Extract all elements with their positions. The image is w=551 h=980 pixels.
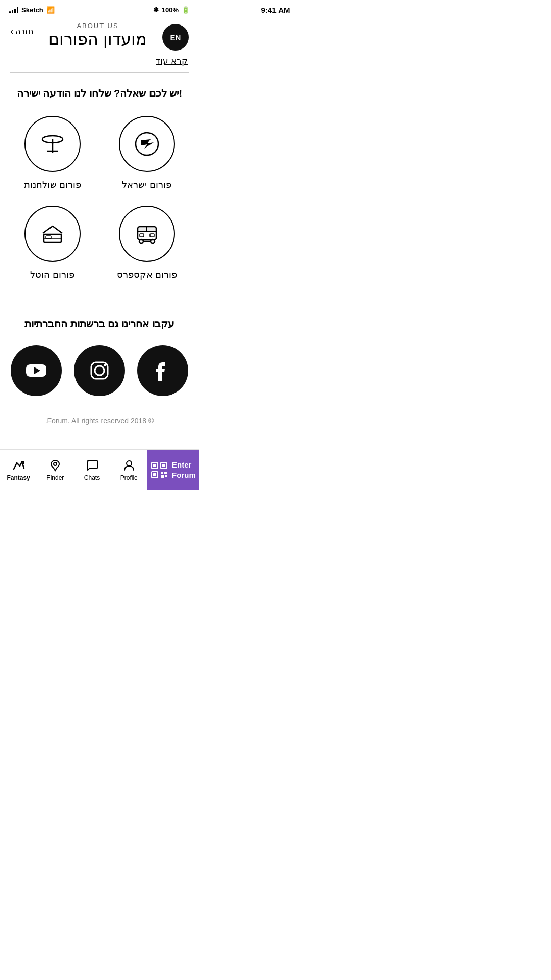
forum-tables-label: פורום שולחנות — [24, 179, 81, 190]
svg-point-18 — [95, 366, 104, 375]
svg-rect-33 — [165, 475, 167, 477]
forum-hotel-label: פורום הוטל — [30, 269, 74, 280]
svg-rect-27 — [162, 464, 165, 467]
forum-item-express[interactable]: פורום אקספרס — [105, 206, 189, 280]
qr-code-icon — [151, 461, 168, 479]
header: ‹ חזרה ABOUT US מועדון הפורום EN — [0, 17, 199, 56]
forum-express-icon-circle — [119, 206, 175, 262]
tab-profile[interactable]: Profile — [111, 450, 147, 490]
read-more-row: קרא עוד — [0, 56, 199, 72]
back-chevron-icon: ‹ — [10, 26, 13, 37]
status-right: ✱ 100% 🔋 — [153, 6, 190, 14]
back-label: חזרה — [15, 27, 33, 36]
profile-icon — [122, 459, 136, 472]
forum-grid: פורום ישראל פורום שולחנות — [10, 116, 189, 280]
carrier-label: Sketch — [21, 6, 43, 14]
forum-hotel-icon — [38, 219, 67, 249]
language-button[interactable]: EN — [162, 24, 189, 51]
forum-israel-label: פורום ישראל — [122, 179, 171, 190]
svg-rect-12 — [150, 234, 154, 237]
tab-fantasy[interactable]: Fantasy — [0, 450, 37, 490]
forum-express-label: פורום אקספרס — [117, 269, 177, 280]
svg-rect-11 — [140, 234, 144, 237]
wifi-icon: 📶 — [46, 6, 55, 14]
enter-forum-text: EnterForum — [172, 460, 196, 480]
status-left: Sketch 📶 — [9, 6, 55, 14]
fantasy-icon — [12, 459, 25, 472]
battery-label: 100% — [162, 6, 179, 14]
facebook-icon — [149, 357, 176, 384]
tab-fantasy-label: Fantasy — [7, 474, 30, 481]
svg-point-19 — [104, 364, 107, 366]
forum-item-tables[interactable]: פורום שולחנות — [10, 116, 94, 190]
tab-finder[interactable]: Finder — [37, 450, 73, 490]
forum-tables-icon-circle — [24, 116, 81, 172]
forum-israel-icon-circle — [119, 116, 175, 172]
chats-icon — [86, 459, 99, 472]
bluetooth-icon: ✱ — [153, 6, 159, 14]
svg-rect-25 — [153, 464, 156, 467]
facebook-button[interactable] — [137, 345, 188, 396]
main-content: !יש לכם שאלה? שלחו לנו הודעה ישירה פורום… — [0, 73, 199, 449]
signal-icon — [9, 7, 18, 13]
forum-item-hotel[interactable]: פורום הוטל — [10, 206, 94, 280]
instagram-icon — [86, 357, 113, 384]
svg-rect-30 — [161, 472, 163, 474]
middle-divider — [10, 301, 189, 301]
social-row — [10, 345, 189, 396]
youtube-button[interactable] — [11, 345, 62, 396]
tab-chats-label: Chats — [84, 474, 100, 481]
forum-express-icon — [132, 219, 162, 249]
page-title: מועדון הפורום — [38, 30, 157, 49]
battery-icon: 🔋 — [182, 6, 190, 14]
status-bar: Sketch 📶 9:41 AM ✱ 100% 🔋 — [0, 0, 199, 17]
svg-rect-32 — [161, 475, 164, 478]
question-text: !יש לכם שאלה? שלחו לנו הודעה ישירה — [10, 87, 189, 100]
read-more-link[interactable]: קרא עוד — [156, 56, 188, 66]
instagram-button[interactable] — [74, 345, 125, 396]
enter-forum-button[interactable]: EnterForum — [147, 450, 199, 490]
svg-rect-31 — [164, 472, 167, 474]
forum-item-israel[interactable]: פורום ישראל — [105, 116, 189, 190]
youtube-icon — [23, 357, 49, 384]
back-button[interactable]: ‹ חזרה — [10, 22, 33, 37]
finder-icon — [48, 459, 62, 472]
header-title: ABOUT US מועדון הפורום — [33, 22, 162, 49]
forum-hotel-icon-circle — [24, 206, 81, 262]
enter-forum-inner: EnterForum — [151, 460, 196, 480]
tab-profile-label: Profile — [120, 474, 138, 481]
svg-point-7 — [139, 239, 143, 243]
svg-point-8 — [151, 239, 155, 243]
svg-point-23 — [127, 461, 132, 466]
tab-finder-label: Finder — [46, 474, 64, 481]
follow-text: עקבו אחרינו גם ברשתות החברתיות — [10, 317, 189, 330]
copyright-text: © 2018 Forum. All rights reserved. — [10, 416, 189, 435]
about-us-label: ABOUT US — [38, 22, 157, 30]
tab-bar: Fantasy Finder Chats Profile — [0, 449, 199, 490]
forum-tables-icon — [38, 129, 67, 159]
tab-chats[interactable]: Chats — [73, 450, 110, 490]
forum-israel-icon — [132, 129, 162, 159]
svg-rect-29 — [153, 473, 156, 476]
svg-point-22 — [54, 462, 57, 465]
